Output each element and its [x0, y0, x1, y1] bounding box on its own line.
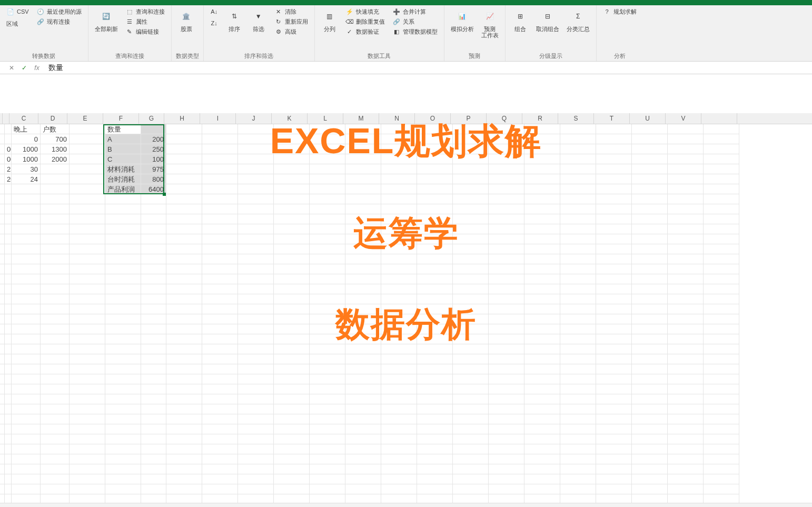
cell[interactable]	[524, 474, 560, 484]
cell[interactable]	[310, 274, 345, 284]
cell[interactable]	[560, 214, 596, 224]
cell[interactable]	[5, 214, 12, 224]
cell[interactable]	[596, 204, 632, 214]
cell[interactable]	[489, 264, 524, 274]
cell[interactable]	[141, 294, 166, 304]
cell[interactable]	[238, 464, 274, 474]
cell[interactable]: 00	[5, 154, 12, 164]
cell[interactable]	[238, 424, 274, 434]
cell[interactable]	[0, 304, 5, 314]
cell[interactable]	[12, 194, 41, 204]
cell[interactable]	[453, 234, 489, 244]
cell[interactable]	[141, 224, 166, 234]
remove-duplicates-button[interactable]: ⌫删除重复值	[343, 17, 387, 26]
cell[interactable]	[417, 294, 453, 304]
cell[interactable]	[345, 384, 381, 394]
cell[interactable]	[417, 154, 453, 164]
cell[interactable]	[524, 374, 560, 384]
cell[interactable]	[5, 364, 12, 374]
cell[interactable]	[70, 244, 105, 254]
cell[interactable]	[381, 284, 417, 294]
cell[interactable]	[0, 274, 5, 284]
cell[interactable]	[345, 124, 381, 134]
cell[interactable]	[12, 444, 41, 454]
cell[interactable]	[417, 194, 453, 204]
cell[interactable]	[596, 284, 632, 294]
cell[interactable]	[417, 224, 453, 234]
cell[interactable]	[310, 354, 345, 364]
cell[interactable]	[632, 414, 668, 424]
cell[interactable]	[166, 464, 202, 474]
cell[interactable]	[274, 414, 310, 424]
cell[interactable]	[417, 204, 453, 214]
cell[interactable]: 晚上	[12, 124, 41, 134]
cell[interactable]	[632, 444, 668, 454]
cell[interactable]	[560, 374, 596, 384]
cell[interactable]	[274, 194, 310, 204]
cell[interactable]	[274, 234, 310, 244]
cell[interactable]	[202, 144, 238, 154]
cell[interactable]	[381, 374, 417, 384]
cell[interactable]	[417, 474, 453, 484]
cell[interactable]	[5, 354, 12, 364]
cell[interactable]	[417, 274, 453, 284]
cell[interactable]	[381, 304, 417, 314]
cell[interactable]	[453, 144, 489, 154]
cell[interactable]	[202, 304, 238, 314]
cell[interactable]	[489, 374, 524, 384]
cell[interactable]	[202, 424, 238, 434]
cell[interactable]	[668, 394, 704, 404]
cell[interactable]	[524, 394, 560, 404]
cell[interactable]	[0, 354, 5, 364]
cell[interactable]	[489, 224, 524, 234]
cell[interactable]	[141, 284, 166, 294]
cell[interactable]	[489, 184, 524, 194]
cell[interactable]	[5, 254, 12, 264]
cell[interactable]	[310, 454, 345, 464]
cell[interactable]	[12, 204, 41, 214]
cell[interactable]	[524, 124, 560, 134]
group-button[interactable]: ⊞ 组合	[510, 7, 531, 33]
cell[interactable]	[704, 144, 739, 154]
cell[interactable]	[524, 264, 560, 274]
cell[interactable]	[166, 244, 202, 254]
cell[interactable]	[238, 354, 274, 364]
cell[interactable]	[238, 224, 274, 234]
cell[interactable]	[274, 134, 310, 144]
sort-desc-button[interactable]: Z↓	[208, 18, 221, 28]
cell[interactable]	[345, 374, 381, 384]
cell[interactable]: 2000	[41, 154, 70, 164]
cell[interactable]	[310, 434, 345, 444]
cell[interactable]: C	[105, 154, 141, 164]
cell[interactable]	[141, 414, 166, 424]
cell[interactable]	[345, 424, 381, 434]
cell[interactable]	[524, 144, 560, 154]
cell[interactable]	[596, 214, 632, 224]
cell[interactable]	[632, 134, 668, 144]
cell[interactable]	[453, 124, 489, 134]
cell[interactable]	[0, 424, 5, 434]
cell[interactable]	[105, 324, 141, 334]
cell[interactable]	[166, 234, 202, 244]
cell[interactable]	[632, 254, 668, 264]
cell[interactable]	[202, 314, 238, 324]
cell[interactable]	[41, 434, 70, 444]
cell[interactable]	[202, 404, 238, 414]
cell[interactable]	[141, 334, 166, 344]
cell[interactable]	[453, 374, 489, 384]
cell[interactable]	[704, 164, 739, 174]
cell[interactable]	[238, 474, 274, 484]
cell[interactable]	[560, 334, 596, 344]
cell[interactable]	[12, 224, 41, 234]
cell[interactable]	[560, 184, 596, 194]
cell[interactable]: 24	[12, 174, 41, 184]
cell[interactable]	[310, 364, 345, 374]
cell[interactable]	[345, 174, 381, 184]
cell[interactable]	[381, 344, 417, 354]
cell[interactable]	[668, 434, 704, 444]
cell[interactable]	[524, 454, 560, 464]
cell[interactable]	[310, 424, 345, 434]
cell[interactable]	[345, 324, 381, 334]
cell[interactable]	[453, 484, 489, 494]
cell[interactable]	[238, 394, 274, 404]
